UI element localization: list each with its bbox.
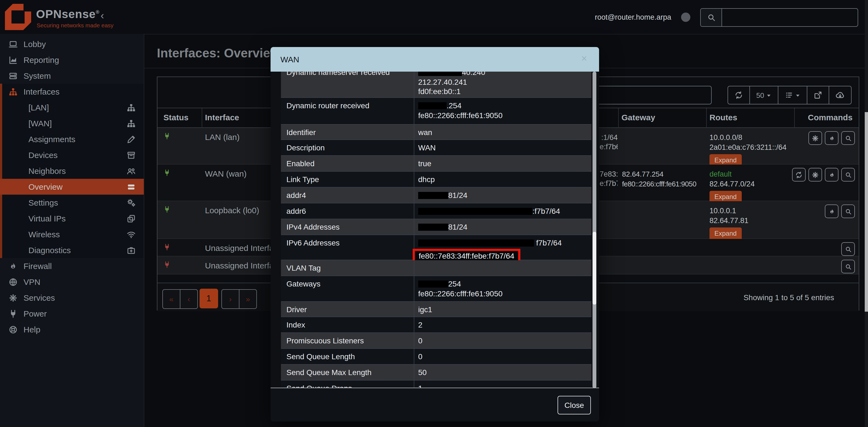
flame-icon [828,170,835,179]
column-select-dropdown[interactable] [778,86,807,104]
sitemap-icon [8,87,18,96]
sidebar-item-wan[interactable]: [WAN] [0,115,144,131]
sidebar-collapse-chevron-icon[interactable]: ‹ [100,10,104,22]
redacted-value [418,208,532,215]
users-icon [126,166,136,175]
status-up-plug-icon [163,169,170,177]
redacted-value [418,240,534,247]
redacted-value [418,72,462,76]
sidebar-item-assignments[interactable]: Assignments [0,131,144,147]
logged-in-user[interactable]: root@router.home.arpa [595,13,671,21]
window-scrollbar-track[interactable] [865,0,868,427]
details-command-button[interactable] [841,260,855,273]
list-columns-icon [785,91,793,99]
detail-row: addr4 81/24 [281,187,591,203]
opnsense-logo-icon[interactable] [5,4,31,30]
status-up-plug-icon [163,205,170,214]
sidebar-item-diagnostics[interactable]: Diagnostics [0,242,144,258]
details-command-button[interactable] [841,205,855,218]
sidebar-nav: Lobby Reporting System Interfaces [LAN] … [0,34,144,427]
sitemap-icon [126,119,136,128]
table-toolbar: 50 [727,86,851,104]
pencil-icon [126,135,136,144]
modal-scrollbar-track[interactable] [592,72,596,388]
sidebar-item-help[interactable]: Help [0,322,144,337]
refresh-button[interactable] [728,86,750,104]
download-button[interactable] [829,86,851,104]
detail-row: Gateways 254fe80::2266:cfff:fe61:9050 [281,276,591,302]
sidebar-item-firewall[interactable]: Firewall [0,258,144,274]
modal-footer: Close [271,388,599,422]
redacted-value [418,102,446,109]
settings-command-button[interactable] [808,131,822,145]
pagination-next[interactable]: › [221,289,240,309]
detail-row: IPv4 Addresses 81/24 [281,219,591,235]
settings-command-button[interactable] [808,168,822,182]
details-command-button[interactable] [841,168,855,182]
pagination-last[interactable]: » [239,289,257,309]
clone-icon [126,214,136,223]
caret-down-icon [766,93,771,98]
status-dot [681,12,690,22]
firewall-command-button[interactable] [825,131,838,145]
sidebar-item-interfaces[interactable]: Interfaces [0,84,144,99]
col-commands[interactable]: Commands [808,113,852,122]
pagination-page-1[interactable]: 1 [199,289,218,308]
pagination-first[interactable]: « [162,289,180,309]
wifi-icon [126,230,136,239]
flame-icon [828,134,835,143]
status-down-plug-icon [163,260,170,269]
detail-row: VLAN Tag [281,260,591,276]
gear-icon [812,134,819,143]
magnifier-icon [845,262,851,271]
firewall-command-button[interactable] [825,168,838,182]
default-route: default [710,170,732,178]
sidebar-item-reporting[interactable]: Reporting [0,52,144,68]
detail-row: Index2 [281,317,591,333]
sidebar-item-settings[interactable]: Settings [0,195,144,211]
col-routes[interactable]: Routes [710,113,737,122]
redacted-value [418,224,448,231]
cloud-download-icon [836,91,844,99]
close-button[interactable]: Close [558,396,591,415]
col-interface[interactable]: Interface [205,113,239,122]
global-search-input[interactable] [722,9,858,26]
firewall-command-button[interactable] [825,205,838,218]
modal-body: Dynamic nameserver received 40.240212.27… [271,72,599,388]
globe-icon [8,277,18,286]
refresh-icon [795,170,802,179]
sidebar-item-overview[interactable]: Overview [0,179,144,195]
modal-scrollbar-thumb[interactable] [592,232,596,305]
close-icon[interactable]: × [581,53,587,64]
list-bars-icon [126,182,136,191]
sidebar-item-power[interactable]: Power [0,306,144,322]
sidebar-item-vpn[interactable]: VPN [0,274,144,290]
brand-title: OPNsense® [36,8,99,21]
detail-row: Driverigc1 [281,302,591,317]
detail-row: Dynamic router received .254fe80::2266:c… [281,98,591,125]
redacted-value [418,192,448,199]
export-button[interactable] [807,86,829,104]
sidebar-item-neighbors[interactable]: Neighbors [0,163,144,179]
sidebar-item-lobby[interactable]: Lobby [0,36,144,52]
medkit-icon [126,246,136,254]
sidebar-item-devices[interactable]: Devices [0,147,144,163]
expand-button[interactable]: Expand [710,227,741,240]
detail-row: Link Typedhcp [281,172,591,187]
details-command-button[interactable] [841,131,855,145]
reload-command-button[interactable] [792,168,806,182]
server-icon [8,71,18,80]
sidebar-item-system[interactable]: System [0,68,144,84]
details-command-button[interactable] [841,242,855,256]
window-scrollbar-thumb[interactable] [865,112,868,312]
pagination-prev[interactable]: ‹ [180,289,198,309]
sidebar-item-services[interactable]: Services [0,290,144,306]
sidebar-item-wireless[interactable]: Wireless [0,226,144,242]
col-gateway[interactable]: Gateway [621,113,655,122]
sidebar-item-lan[interactable]: [LAN] [0,99,144,115]
sidebar-item-virtual-ips[interactable]: Virtual IPs [0,211,144,226]
page-size-dropdown[interactable]: 50 [750,86,778,104]
detail-row: DescriptionWAN [281,140,591,156]
detail-row: Identifierwan [281,125,591,140]
col-status[interactable]: Status [163,113,189,122]
